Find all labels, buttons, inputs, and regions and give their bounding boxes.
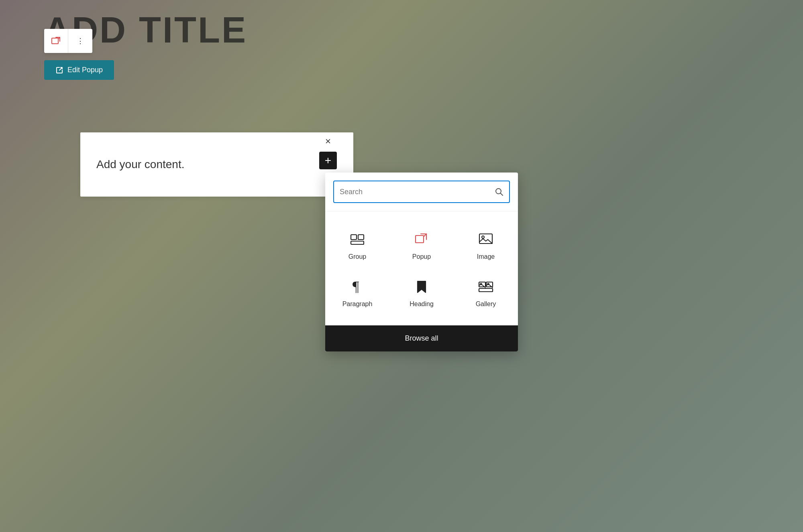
block-label-paragraph: Paragraph <box>342 301 373 308</box>
more-options-button[interactable]: ⋮ <box>68 29 92 53</box>
block-label-heading: Heading <box>410 301 434 308</box>
block-item-paragraph[interactable]: ¶ Paragraph <box>325 268 389 316</box>
content-block: Add your content. <box>80 132 353 197</box>
block-item-gallery[interactable]: Gallery <box>454 268 518 316</box>
svg-rect-0 <box>52 38 58 44</box>
image-block-icon <box>476 229 495 248</box>
search-icon <box>495 187 503 196</box>
edit-popup-button[interactable]: Edit Popup <box>44 60 114 80</box>
block-item-popup[interactable]: Popup <box>389 221 454 268</box>
add-block-button[interactable]: + <box>319 152 337 169</box>
search-wrapper <box>333 181 510 203</box>
popup-block-icon <box>412 229 431 248</box>
block-label-image: Image <box>477 253 495 260</box>
external-link-icon <box>55 66 63 74</box>
edit-popup-label: Edit Popup <box>67 66 103 74</box>
paragraph-block-icon: ¶ <box>348 276 367 296</box>
inserter-search-area <box>325 173 518 211</box>
close-block-button[interactable]: × <box>319 132 337 150</box>
block-label-group: Group <box>349 253 366 260</box>
svg-point-7 <box>482 236 484 238</box>
svg-text:¶: ¶ <box>353 278 359 294</box>
popup-toolbar-button[interactable] <box>44 29 68 53</box>
block-item-group[interactable]: Group <box>325 221 389 268</box>
search-input[interactable] <box>340 188 495 196</box>
svg-rect-5 <box>416 236 424 243</box>
block-label-gallery: Gallery <box>476 301 496 308</box>
group-icon <box>348 229 367 248</box>
block-toolbar: ⋮ <box>44 29 92 53</box>
popup-icon <box>51 35 62 47</box>
block-grid: Group Popup Image <box>325 211 518 325</box>
heading-block-icon <box>412 276 431 296</box>
gallery-block-icon <box>476 276 495 296</box>
browse-all-button[interactable]: Browse all <box>325 325 518 351</box>
block-item-heading[interactable]: Heading <box>389 268 454 316</box>
block-actions: × + <box>319 132 337 169</box>
svg-rect-2 <box>351 235 357 240</box>
close-icon: × <box>325 136 331 147</box>
content-placeholder: Add your content. <box>96 158 184 171</box>
svg-rect-4 <box>351 241 364 244</box>
plus-icon: + <box>325 154 331 167</box>
block-item-image[interactable]: Image <box>454 221 518 268</box>
browse-all-label: Browse all <box>405 334 438 342</box>
more-options-icon: ⋮ <box>77 37 84 45</box>
block-inserter-panel: Group Popup Image <box>325 173 518 351</box>
block-label-popup: Popup <box>412 253 431 260</box>
svg-rect-3 <box>358 235 364 240</box>
svg-rect-13 <box>479 288 493 292</box>
